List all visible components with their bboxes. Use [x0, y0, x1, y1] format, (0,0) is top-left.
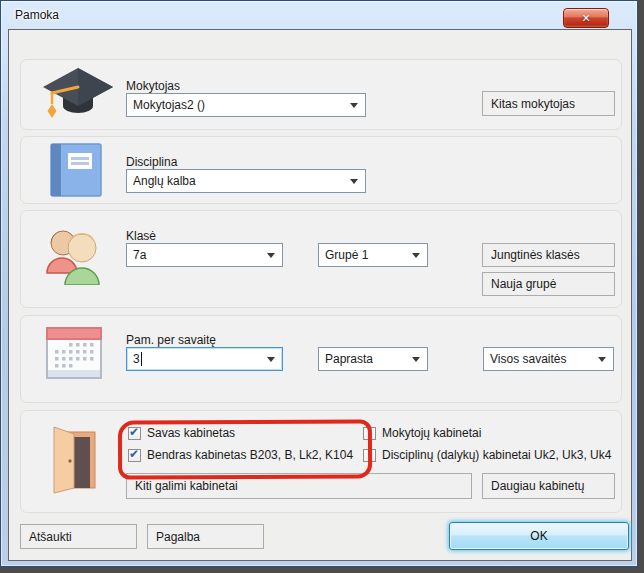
- class-select-value: 7a: [133, 248, 146, 262]
- more-rooms-button[interactable]: Daugiau kabinetų: [482, 473, 615, 499]
- subject-rooms-label: Disciplinų (dalykų) kabinetai Uk2, Uk3, …: [382, 448, 611, 462]
- shared-room-label: Bendras kabinetas B203, B, Lk2, K104: [147, 448, 353, 462]
- chevron-down-icon[interactable]: [350, 103, 358, 108]
- own-room-checkbox[interactable]: [128, 427, 141, 440]
- shared-room-checkbox[interactable]: [128, 449, 141, 462]
- section-perweek: Pam. per savaitę 3 Paprasta Visos savait…: [20, 315, 622, 403]
- help-button[interactable]: Pagalba: [147, 524, 264, 549]
- close-icon: ✕: [581, 13, 590, 24]
- teacher-select-value: Mokytojas2 (): [133, 98, 205, 112]
- chevron-down-icon[interactable]: [598, 357, 606, 362]
- ok-button[interactable]: OK: [449, 522, 629, 550]
- calendar-icon: [45, 326, 103, 380]
- class-select[interactable]: 7a: [126, 243, 283, 267]
- chevron-down-icon[interactable]: [412, 253, 420, 258]
- students-icon: [39, 219, 111, 285]
- discipline-select[interactable]: Anglų kalba: [126, 169, 366, 193]
- lesson-type-value: Paprasta: [325, 352, 373, 366]
- checkbox-teachers-rooms[interactable]: Mokytojų kabinetai: [363, 425, 481, 441]
- class-label: Klasė: [126, 229, 156, 243]
- other-rooms-button[interactable]: Kiti galimi kabinetai: [126, 473, 472, 499]
- discipline-label: Disciplina: [126, 155, 177, 169]
- checkbox-shared-room[interactable]: Bendras kabinetas B203, B, Lk2, K104: [128, 447, 353, 463]
- checkbox-own-room[interactable]: Savas kabinetas: [128, 425, 235, 441]
- own-room-label: Savas kabinetas: [147, 426, 235, 440]
- dialog-content: Mokytojas Mokytojas2 () Kitas mokytojas …: [8, 29, 632, 561]
- perweek-label: Pam. per savaitę: [126, 333, 216, 347]
- group-select-value: Grupė 1: [325, 248, 368, 262]
- book-icon: [48, 142, 104, 198]
- window-title: Pamoka: [15, 8, 59, 22]
- chevron-down-icon[interactable]: [267, 357, 275, 362]
- section-teacher: Mokytojas Mokytojas2 () Kitas mokytojas: [20, 59, 622, 130]
- weeks-select-value: Visos savaitės: [490, 352, 566, 366]
- chevron-down-icon[interactable]: [412, 357, 420, 362]
- teachers-rooms-checkbox[interactable]: [363, 427, 376, 440]
- lesson-type-select[interactable]: Paprasta: [318, 347, 428, 371]
- group-select[interactable]: Grupė 1: [318, 243, 428, 267]
- discipline-select-value: Anglų kalba: [133, 174, 196, 188]
- section-class: Klasė 7a Grupė 1 Jungtinės klasės Nauja …: [20, 210, 622, 308]
- dialog-window: Pamoka ✕ Mokytojas Mokytojas2 () Kita: [0, 0, 638, 567]
- joint-classes-button[interactable]: Jungtinės klasės: [482, 243, 615, 267]
- graduation-cap-icon: [37, 64, 117, 124]
- perweek-select[interactable]: 3: [126, 347, 283, 371]
- door-icon: [43, 424, 105, 494]
- subject-rooms-checkbox[interactable]: [363, 449, 376, 462]
- section-discipline: Disciplina Anglų kalba: [20, 136, 622, 204]
- other-teacher-button[interactable]: Kitas mokytojas: [482, 91, 615, 116]
- teacher-label: Mokytojas: [126, 79, 180, 93]
- new-group-button[interactable]: Nauja grupė: [482, 272, 615, 296]
- teachers-rooms-label: Mokytojų kabinetai: [382, 426, 481, 440]
- title-bar[interactable]: Pamoka ✕: [1, 1, 637, 29]
- checkbox-subject-rooms[interactable]: Disciplinų (dalykų) kabinetai Uk2, Uk3, …: [363, 447, 611, 463]
- close-button[interactable]: ✕: [563, 8, 609, 28]
- cancel-button[interactable]: Atšaukti: [20, 524, 137, 549]
- weeks-select[interactable]: Visos savaitės: [483, 347, 614, 371]
- chevron-down-icon[interactable]: [267, 253, 275, 258]
- text-cursor: [141, 352, 142, 366]
- perweek-select-value: 3: [133, 352, 140, 366]
- teacher-select[interactable]: Mokytojas2 (): [126, 93, 366, 117]
- chevron-down-icon[interactable]: [350, 179, 358, 184]
- section-rooms: Savas kabinetas Bendras kabinetas B203, …: [20, 410, 622, 513]
